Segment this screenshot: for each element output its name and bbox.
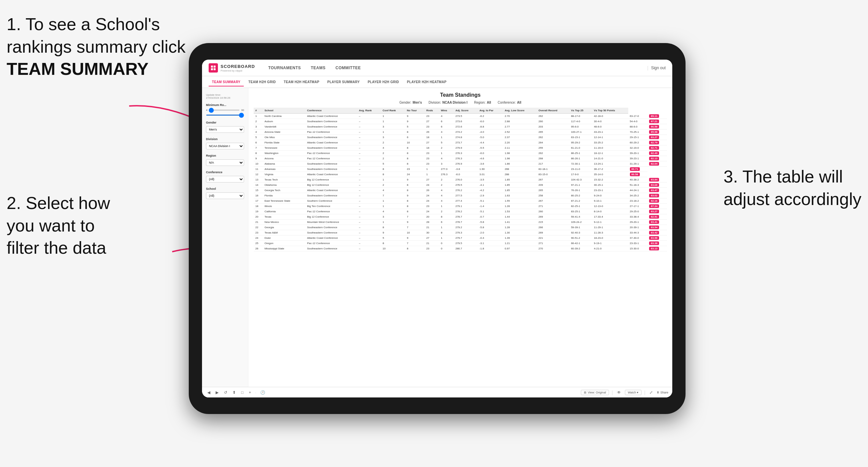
- table-cell: 268: [503, 166, 537, 172]
- table-cell: 1.30: [503, 230, 537, 236]
- toolbar-reload[interactable]: ↺: [222, 390, 228, 396]
- tab-player-summary[interactable]: PLAYER SUMMARY: [324, 78, 363, 86]
- table-cell: –: [357, 114, 381, 119]
- table-cell: -3.6: [478, 161, 503, 166]
- table-cell: 83-25-1: [569, 209, 592, 214]
- division-filter-value: NCAA Division I: [442, 101, 468, 104]
- table-cell: Big 12 Conference: [305, 214, 357, 220]
- instruction-1-text: 1. To see a School's rankings summary cl…: [7, 14, 185, 56]
- score-badge: 82.13: [649, 157, 659, 160]
- table-cell: –: [357, 198, 381, 204]
- max-rounds-slider[interactable]: [206, 115, 244, 116]
- table-cell: 95-6-0: [569, 124, 592, 129]
- table-cell: 8: [405, 183, 425, 188]
- tab-team-h2h-heatmap[interactable]: TEAM H2H HEATMAP: [280, 78, 322, 86]
- toolbar-expand[interactable]: ⤢: [648, 390, 654, 396]
- score-badge: 82.71: [649, 146, 659, 150]
- table-cell: 10: [381, 246, 405, 251]
- col-avg-low: Avg. Low Score: [503, 107, 537, 114]
- score-badge: 87.21: [649, 120, 659, 123]
- table-cell: –: [357, 188, 381, 193]
- table-cell: 26: [425, 129, 439, 135]
- table-cell: Southern Conference: [305, 198, 357, 204]
- table-cell: -3.5: [478, 177, 503, 183]
- school-select[interactable]: (All): [206, 192, 244, 199]
- nav-committee[interactable]: COMMITTEE: [336, 64, 361, 71]
- tab-player-h2h-heatmap[interactable]: PLAYER H2H HEATMAP: [404, 78, 450, 86]
- region-select[interactable]: N/A All: [206, 159, 244, 166]
- tab-player-h2h-grid[interactable]: PLAYER H2H GRID: [364, 78, 402, 86]
- table-cell: 18: [425, 146, 439, 151]
- conference-filter-label: Conference:: [498, 101, 516, 104]
- table-cell: Atlantic Coast Conference: [305, 114, 357, 119]
- table-cell: –: [357, 129, 381, 135]
- table-cell: 82.49: [647, 151, 667, 156]
- table-cell: 83.42: [647, 230, 667, 236]
- share-label: Share: [660, 391, 668, 394]
- gender-select[interactable]: Men's Women's: [206, 126, 244, 133]
- table-cell: 3: [381, 124, 405, 129]
- table-cell: 4: [381, 209, 405, 214]
- min-rounds-slider[interactable]: [209, 110, 240, 111]
- table-cell: 7: [405, 225, 425, 230]
- table-cell: -5.8: [478, 225, 503, 230]
- table-cell: 9: [405, 177, 425, 183]
- nav-teams[interactable]: TEAMS: [311, 64, 326, 71]
- tab-team-h2h-grid[interactable]: TEAM H2H GRID: [245, 78, 279, 86]
- table-cell: 1.98: [503, 156, 537, 161]
- filter-division-label: Division: [206, 137, 244, 141]
- filter-range-row: 4 30: [206, 108, 244, 112]
- table-cell: 72-30-1: [569, 161, 592, 166]
- col-avg-rank: Avg. Rank: [357, 107, 381, 114]
- score-badge: 83.98: [649, 236, 659, 240]
- watch-button[interactable]: Watch ▾: [625, 390, 642, 395]
- table-cell: –: [357, 183, 381, 188]
- scoreboard-logo-icon: [209, 63, 218, 72]
- toolbar-forward[interactable]: ▶: [214, 390, 220, 396]
- toolbar-separator-1: ·: [255, 390, 256, 395]
- table-cell: 8: [405, 246, 425, 251]
- table-cell: 1: [381, 129, 405, 135]
- toolbar-plus[interactable]: +: [247, 390, 252, 396]
- table-cell: 83.38: [647, 241, 667, 246]
- table-cell: –: [357, 135, 381, 140]
- table-cell: 274.2: [454, 129, 478, 135]
- table-cell: 1.63: [503, 193, 537, 198]
- table-cell: 269: [537, 230, 569, 236]
- table-row: 11ArkansasSoutheastern Conference–823127…: [254, 166, 667, 172]
- toolbar-eye[interactable]: 👁: [616, 390, 622, 396]
- table-cell: 23: [425, 124, 439, 129]
- tab-team-summary[interactable]: TEAM SUMMARY: [209, 78, 244, 87]
- filter-gender: Gender Men's Women's: [206, 121, 244, 133]
- conference-select[interactable]: (All): [206, 176, 244, 183]
- table-cell: 0: [439, 246, 454, 251]
- nav-tournaments[interactable]: TOURNAMENTS: [268, 64, 301, 71]
- table-cell: 24: [405, 172, 425, 177]
- division-select[interactable]: NCAA Division I NCAA Division II NCAA Di…: [206, 143, 244, 149]
- table-cell: 23: [425, 204, 439, 209]
- instruction-1-bold: TEAM SUMMARY: [7, 59, 149, 79]
- col-wins: Wins: [439, 107, 454, 114]
- table-cell: 8: [381, 166, 405, 172]
- table-cell: –: [357, 209, 381, 214]
- toolbar-clock[interactable]: 🕐: [259, 390, 267, 396]
- view-original-button[interactable]: ⊞ View: Original: [581, 390, 609, 395]
- table-cell: 59-39-1: [569, 225, 592, 230]
- toolbar-back[interactable]: ◀: [206, 390, 212, 396]
- table-cell: Ole Miss: [263, 135, 306, 140]
- toolbar-bookmark[interactable]: □: [240, 390, 245, 396]
- sign-out-button[interactable]: Sign out: [651, 66, 665, 70]
- table-cell: 9-12-1: [592, 220, 628, 225]
- toolbar-share2[interactable]: ⬆: [231, 390, 237, 396]
- share-button[interactable]: ⬆ Share: [657, 391, 668, 394]
- table-row: 7TennesseeSoutheastern Conference–481822…: [254, 146, 667, 151]
- table-cell: –: [357, 246, 381, 251]
- table-cell: 20: [425, 214, 439, 220]
- table-cell: 27: [425, 119, 439, 124]
- table-row: 15Georgia TechAtlantic Coast Conference–…: [254, 188, 667, 193]
- table-cell: 9-24-0: [592, 193, 628, 198]
- table-cell: 2: [381, 151, 405, 156]
- table-cell: 9: [405, 236, 425, 241]
- table-cell: 268: [537, 156, 569, 161]
- table-cell: 3: [439, 161, 454, 166]
